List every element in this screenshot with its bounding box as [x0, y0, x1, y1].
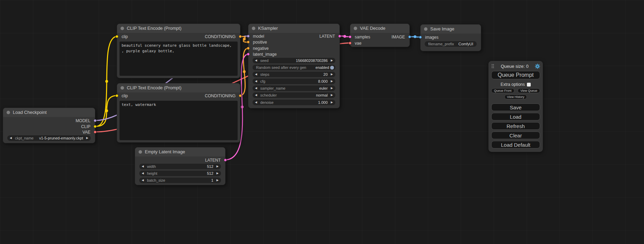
width-widget[interactable]: ◀ width 512 ▶ [139, 164, 221, 169]
decrement-arrow-icon[interactable]: ◀ [10, 135, 12, 141]
load-button[interactable]: Load [491, 113, 540, 120]
collapse-dot-icon[interactable] [7, 111, 10, 114]
conditioning-port-dot[interactable] [247, 47, 250, 50]
seed-widget[interactable]: ◀ seed 156680208700286 ▶ [253, 58, 335, 63]
increment-arrow-icon[interactable]: ▶ [331, 58, 333, 63]
filename-prefix-widget[interactable]: filename_prefix ComfyUI [425, 41, 477, 47]
collapse-dot-icon[interactable] [252, 27, 255, 30]
increment-arrow-icon[interactable]: ▶ [331, 100, 333, 105]
node-clip-text-encode-negative[interactable]: CLIP Text Encode (Prompt) clip CONDITION… [117, 83, 240, 143]
collapse-dot-icon[interactable] [354, 27, 357, 30]
node-titlebar[interactable]: CLIP Text Encode (Prompt) [117, 24, 240, 33]
decrement-arrow-icon[interactable]: ◀ [255, 58, 257, 63]
collapse-dot-icon[interactable] [139, 150, 142, 154]
node-vae-decode[interactable]: VAE Decode samples IMAGE vae [350, 24, 410, 47]
load-default-button[interactable]: Load Default [491, 141, 540, 148]
decrement-arrow-icon[interactable]: ◀ [255, 79, 257, 84]
conditioning-port-dot[interactable] [247, 40, 250, 44]
extra-options-checkbox[interactable] [527, 83, 531, 87]
port-label: MODEL [76, 118, 90, 124]
model-port-dot[interactable] [247, 35, 250, 38]
node-titlebar[interactable]: Save Image [421, 25, 481, 34]
node-titlebar[interactable]: VAE Decode [350, 24, 409, 33]
node-titlebar[interactable]: Load Checkpoint [3, 108, 95, 117]
increment-arrow-icon[interactable]: ▶ [217, 164, 219, 169]
widget-value: 1.000 [318, 100, 328, 105]
node-save-image[interactable]: Save Image images filename_prefix ComfyU… [420, 24, 481, 51]
steps-widget[interactable]: ◀ steps 20 ▶ [253, 72, 335, 77]
conditioning-port-dot[interactable] [239, 35, 242, 38]
latent-port-dot[interactable] [224, 159, 227, 162]
decrement-arrow-icon[interactable]: ◀ [142, 178, 144, 183]
latent-port-dot[interactable] [338, 35, 341, 38]
increment-arrow-icon[interactable]: ▶ [331, 92, 333, 98]
collapse-dot-icon[interactable] [424, 27, 427, 31]
toggle-knob[interactable] [330, 66, 334, 70]
increment-arrow-icon[interactable]: ▶ [331, 85, 333, 91]
node-load-checkpoint[interactable]: Load Checkpoint MODEL CLIP VAE ◀ ckpt_na… [3, 108, 95, 143]
node-title: VAE Decode [360, 24, 385, 33]
node-title: Save Image [430, 25, 454, 34]
refresh-button[interactable]: Refresh [491, 122, 540, 130]
image-port-dot[interactable] [408, 35, 411, 38]
node-ksampler[interactable]: KSampler model LATENT positive negative … [248, 24, 340, 108]
decrement-arrow-icon[interactable]: ◀ [142, 164, 144, 169]
clear-button[interactable]: Clear [491, 132, 540, 139]
node-title: CLIP Text Encode (Prompt) [127, 83, 182, 92]
decrement-arrow-icon[interactable]: ◀ [255, 100, 257, 105]
random-seed-widget[interactable]: Random seed after every gen enabled [253, 65, 335, 70]
prompt-textarea[interactable]: text, watermark [120, 101, 238, 140]
decrement-arrow-icon[interactable]: ◀ [255, 72, 257, 77]
sampler-name-widget[interactable]: ◀ sampler_name euler ▶ [253, 85, 335, 91]
increment-arrow-icon[interactable]: ▶ [217, 171, 219, 176]
increment-arrow-icon[interactable]: ▶ [86, 135, 88, 141]
queue-front-button[interactable]: Queue Front [491, 88, 514, 93]
height-widget[interactable]: ◀ height 512 ▶ [139, 171, 221, 176]
decrement-arrow-icon[interactable]: ◀ [142, 171, 144, 176]
scheduler-widget[interactable]: ◀ scheduler normal ▶ [253, 92, 335, 98]
link-midpoint-dot [243, 38, 246, 40]
save-button[interactable]: Save [491, 103, 540, 111]
decrement-arrow-icon[interactable]: ◀ [255, 92, 257, 98]
widget-value: 20 [324, 72, 328, 77]
collapse-dot-icon[interactable] [121, 86, 124, 90]
prompt-textarea[interactable]: beautiful scenery nature glass bottle la… [120, 42, 238, 76]
latent-port-dot[interactable] [349, 35, 352, 38]
vae-port-dot[interactable] [349, 42, 352, 45]
link-midpoint-dot [105, 109, 108, 112]
vae-port-dot[interactable] [94, 130, 97, 134]
clip-port-dot[interactable] [94, 125, 97, 128]
increment-arrow-icon[interactable]: ▶ [331, 72, 333, 77]
widget-value: 512 [207, 164, 213, 169]
image-port-dot[interactable] [419, 36, 422, 39]
model-port-dot[interactable] [94, 119, 97, 122]
graph-canvas[interactable]: Load Checkpoint MODEL CLIP VAE ◀ ckpt_na… [0, 0, 644, 244]
view-queue-button[interactable]: View Queue [518, 88, 540, 93]
latent-port-dot[interactable] [247, 53, 250, 56]
conditioning-port-dot[interactable] [239, 94, 242, 97]
node-clip-text-encode-positive[interactable]: CLIP Text Encode (Prompt) clip CONDITION… [117, 24, 240, 78]
widget-name: ckpt_name [15, 135, 34, 141]
view-history-button[interactable]: View History [504, 94, 527, 99]
node-empty-latent-image[interactable]: Empty Latent Image LATENT ◀ width 512 ▶ … [135, 147, 226, 185]
batch-size-widget[interactable]: ◀ batch_size 1 ▶ [139, 178, 221, 183]
clip-port-dot[interactable] [115, 94, 118, 97]
ckpt-name-widget[interactable]: ◀ ckpt_name v1-5-pruned-emaonly.ckpt ▶ [7, 135, 91, 141]
node-titlebar[interactable]: Empty Latent Image [135, 147, 225, 156]
widget-value: normal [316, 92, 328, 98]
extra-options-label: Extra options [501, 82, 525, 87]
settings-gear-icon[interactable] [535, 64, 540, 69]
queue-prompt-button[interactable]: Queue Prompt [491, 71, 540, 79]
collapse-dot-icon[interactable] [121, 27, 124, 30]
node-titlebar[interactable]: KSampler [248, 24, 339, 33]
node-title: Load Checkpoint [13, 108, 47, 117]
increment-arrow-icon[interactable]: ▶ [217, 178, 219, 183]
cfg-widget[interactable]: ◀ cfg 8.000 ▶ [253, 79, 335, 84]
node-titlebar[interactable]: CLIP Text Encode (Prompt) [117, 83, 240, 92]
clip-port-dot[interactable] [115, 35, 118, 38]
drag-handle-icon[interactable] [491, 64, 494, 69]
increment-arrow-icon[interactable]: ▶ [331, 79, 333, 84]
decrement-arrow-icon[interactable]: ◀ [255, 85, 257, 91]
port-label: negative [253, 46, 268, 51]
denoise-widget[interactable]: ◀ denoise 1.000 ▶ [253, 100, 335, 105]
